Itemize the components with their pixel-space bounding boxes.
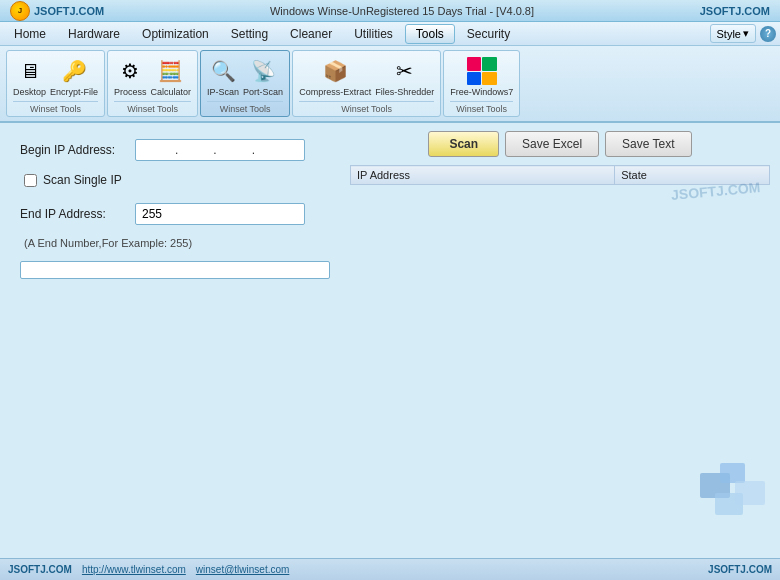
tool-files-shredder[interactable]: ✂ Files-Shredder xyxy=(375,55,434,97)
end-ip-label: End IP Address: xyxy=(20,207,135,221)
begin-ip-label: Begin IP Address: xyxy=(20,143,135,157)
toolbar-icons-group1: 🖥 Desktop 🔑 Encrypt-File xyxy=(13,55,98,97)
status-right-brand: JSOFTJ.COM xyxy=(708,564,772,575)
toolbar: 🖥 Desktop 🔑 Encrypt-File Winset Tools ⚙ … xyxy=(0,46,780,123)
toolbar-group-winset-2: ⚙ Process 🧮 Calculator Winset Tools xyxy=(107,50,198,117)
scan-buttons-group: Scan Save Excel Save Text xyxy=(350,131,770,157)
port-scan-icon: 📡 xyxy=(247,55,279,87)
main-content: Begin IP Address: . . . Scan Single IP E… xyxy=(0,123,780,553)
title-bar-left: J JSOFTJ.COM xyxy=(10,1,104,21)
ip-scan-icon: 🔍 xyxy=(207,55,239,87)
scan-button[interactable]: Scan xyxy=(428,131,499,157)
process-icon: ⚙ xyxy=(114,55,146,87)
desktop-icon: 🖥 xyxy=(14,55,46,87)
status-email[interactable]: winset@tlwinset.com xyxy=(196,564,290,575)
menu-bar: Home Hardware Optimization Setting Clean… xyxy=(0,22,780,46)
chevron-down-icon: ▾ xyxy=(743,27,749,40)
scan-single-ip-checkbox[interactable] xyxy=(24,174,37,187)
hint-text: (A End Number,For Example: 255) xyxy=(24,237,320,249)
result-table: IP Address State xyxy=(350,165,770,185)
menu-utilities[interactable]: Utilities xyxy=(344,24,403,44)
svg-rect-3 xyxy=(735,481,765,505)
toolbar-group-winset-5: Free-Windows7 Winset Tools xyxy=(443,50,520,117)
begin-ip-octet1[interactable] xyxy=(140,143,175,157)
menu-home[interactable]: Home xyxy=(4,24,56,44)
decorative-shape xyxy=(700,463,770,523)
menu-setting[interactable]: Setting xyxy=(221,24,278,44)
toolbar-icons-group3: 🔍 IP-Scan 📡 Port-Scan xyxy=(207,55,283,97)
tool-calculator[interactable]: 🧮 Calculator xyxy=(151,55,192,97)
save-text-button[interactable]: Save Text xyxy=(605,131,691,157)
tool-free-windows7[interactable]: Free-Windows7 xyxy=(450,55,513,97)
tool-ip-scan[interactable]: 🔍 IP-Scan xyxy=(207,55,239,97)
left-panel: Begin IP Address: . . . Scan Single IP E… xyxy=(0,123,340,553)
begin-ip-row: Begin IP Address: . . . xyxy=(20,139,320,161)
begin-ip-octet2[interactable] xyxy=(178,143,213,157)
table-header-ip: IP Address xyxy=(351,166,615,185)
end-ip-input[interactable] xyxy=(135,203,305,225)
scan-single-ip-label: Scan Single IP xyxy=(43,173,122,187)
menu-hardware[interactable]: Hardware xyxy=(58,24,130,44)
tool-encrypt-file[interactable]: 🔑 Encrypt-File xyxy=(50,55,98,97)
toolbar-group-winset-1: 🖥 Desktop 🔑 Encrypt-File Winset Tools xyxy=(6,50,105,117)
begin-ip-input-group: . . . xyxy=(135,139,305,161)
toolbar-group-winset-4: 📦 Compress-Extract ✂ Files-Shredder Wins… xyxy=(292,50,441,117)
window-title: Windows Winse-UnRegistered 15 Days Trial… xyxy=(270,5,534,17)
menu-tools[interactable]: Tools xyxy=(405,24,455,44)
begin-ip-octet4[interactable] xyxy=(255,143,290,157)
free-windows7-icon xyxy=(466,55,498,87)
right-brand: JSOFTJ.COM xyxy=(700,5,770,17)
scan-single-ip-row: Scan Single IP xyxy=(24,173,320,187)
table-header-state: State xyxy=(615,166,770,185)
compress-extract-icon: 📦 xyxy=(319,55,351,87)
app-logo: J xyxy=(10,1,30,21)
status-website[interactable]: http://www.tlwinset.com xyxy=(82,564,186,575)
status-left-brand: JSOFTJ.COM xyxy=(8,564,72,575)
style-button[interactable]: Style ▾ xyxy=(710,24,756,43)
status-bar: JSOFTJ.COM http://www.tlwinset.com winse… xyxy=(0,558,780,580)
tool-desktop[interactable]: 🖥 Desktop xyxy=(13,55,46,97)
files-shredder-icon: ✂ xyxy=(389,55,421,87)
begin-ip-octet3[interactable] xyxy=(217,143,252,157)
save-excel-button[interactable]: Save Excel xyxy=(505,131,599,157)
toolbar-icons-group5: Free-Windows7 xyxy=(450,55,513,97)
tool-process[interactable]: ⚙ Process xyxy=(114,55,147,97)
tool-compress-extract[interactable]: 📦 Compress-Extract xyxy=(299,55,371,97)
toolbar-icons-group4: 📦 Compress-Extract ✂ Files-Shredder xyxy=(299,55,434,97)
title-bar: J JSOFTJ.COM Windows Winse-UnRegistered … xyxy=(0,0,780,22)
progress-bar xyxy=(20,261,330,279)
calculator-icon: 🧮 xyxy=(155,55,187,87)
help-button[interactable]: ? xyxy=(760,26,776,42)
encrypt-file-icon: 🔑 xyxy=(58,55,90,87)
left-brand: JSOFTJ.COM xyxy=(34,5,104,17)
end-ip-row: End IP Address: xyxy=(20,203,320,225)
svg-rect-1 xyxy=(720,463,745,483)
right-panel: Scan Save Excel Save Text IP Address Sta… xyxy=(340,123,780,553)
menu-optimization[interactable]: Optimization xyxy=(132,24,219,44)
menu-cleaner[interactable]: Cleaner xyxy=(280,24,342,44)
menu-right-actions: Style ▾ ? xyxy=(710,24,776,43)
toolbar-group-winset-3: 🔍 IP-Scan 📡 Port-Scan Winset Tools xyxy=(200,50,290,117)
tool-port-scan[interactable]: 📡 Port-Scan xyxy=(243,55,283,97)
menu-security[interactable]: Security xyxy=(457,24,520,44)
toolbar-icons-group2: ⚙ Process 🧮 Calculator xyxy=(114,55,191,97)
